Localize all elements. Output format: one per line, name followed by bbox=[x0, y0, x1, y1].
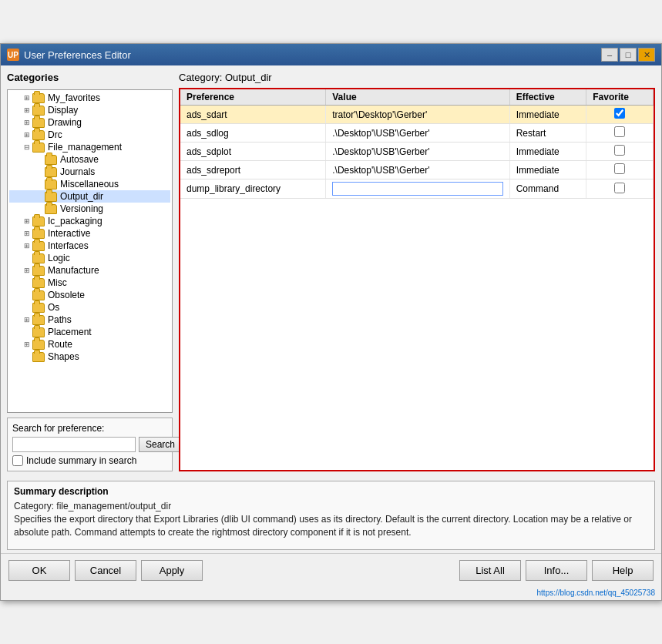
categories-label: Categories bbox=[7, 72, 173, 83]
app-icon: UP bbox=[7, 49, 19, 61]
pref-name: ads_sdlog bbox=[180, 124, 326, 143]
pref-effective: Command bbox=[509, 179, 586, 199]
tree-label: Manufacture bbox=[48, 265, 99, 276]
tree-item-autosave[interactable]: Autosave bbox=[9, 153, 170, 166]
tree-item-interactive[interactable]: ⊞ Interactive bbox=[9, 227, 170, 240]
pref-effective: Immediate bbox=[509, 106, 586, 124]
tree-label: Drawing bbox=[48, 117, 82, 128]
tree-item-os[interactable]: Os bbox=[9, 301, 170, 314]
expander-drc[interactable]: ⊞ bbox=[22, 129, 32, 140]
expander-journals bbox=[34, 166, 45, 177]
pref-favorite[interactable] bbox=[586, 179, 654, 199]
cancel-button[interactable]: Cancel bbox=[75, 560, 136, 581]
category-tree[interactable]: ⊞ My_favorites ⊞ Display ⊞ Drawing ⊞ bbox=[7, 89, 173, 413]
folder-icon bbox=[32, 229, 45, 239]
col-header-effective: Effective bbox=[509, 89, 586, 106]
expander-route[interactable]: ⊞ bbox=[22, 339, 32, 350]
tree-item-ic-packaging[interactable]: ⊞ Ic_packaging bbox=[9, 215, 170, 227]
tree-item-my-favorites[interactable]: ⊞ My_favorites bbox=[9, 92, 170, 104]
tree-item-obsolete[interactable]: Obsolete bbox=[9, 289, 170, 301]
tree-item-logic[interactable]: Logic bbox=[9, 252, 170, 264]
expander-shapes bbox=[22, 351, 32, 362]
tree-item-route[interactable]: ⊞ Route bbox=[9, 338, 170, 351]
left-panel: Categories ⊞ My_favorites ⊞ Display ⊞ Dr… bbox=[7, 72, 173, 471]
pref-value: .\Desktop'\USB'\Gerber' bbox=[326, 124, 509, 143]
folder-icon bbox=[32, 143, 45, 153]
close-button[interactable]: ✕ bbox=[638, 48, 655, 62]
pref-value-editing[interactable] bbox=[326, 179, 509, 199]
category-value: Output_dir bbox=[225, 72, 272, 83]
tree-label: Output_dir bbox=[60, 191, 103, 202]
pref-name: ads_sdplot bbox=[180, 143, 326, 161]
pref-name: ads_sdreport bbox=[180, 161, 326, 179]
tree-label: Miscellaneous bbox=[60, 179, 119, 190]
expander-file-management[interactable]: ⊟ bbox=[22, 142, 32, 153]
pref-effective: Immediate bbox=[509, 161, 586, 179]
include-summary-checkbox[interactable] bbox=[12, 455, 23, 466]
watermark: https://blog.csdn.net/qq_45025738 bbox=[1, 587, 661, 600]
expander-placement bbox=[22, 327, 32, 337]
main-content: Categories ⊞ My_favorites ⊞ Display ⊞ Dr… bbox=[1, 65, 661, 478]
search-button[interactable]: Search bbox=[139, 437, 182, 452]
expander-manufacture[interactable]: ⊞ bbox=[22, 265, 32, 276]
tree-item-miscellaneous[interactable]: Miscellaneous bbox=[9, 178, 170, 190]
info-button[interactable]: Info... bbox=[526, 560, 587, 581]
help-button[interactable]: Help bbox=[592, 560, 654, 581]
tree-item-display[interactable]: ⊞ Display bbox=[9, 104, 170, 116]
folder-icon bbox=[32, 118, 45, 128]
include-summary-label: Include summary in search bbox=[26, 455, 136, 466]
minimize-button[interactable]: – bbox=[601, 48, 618, 62]
value-edit-input[interactable] bbox=[332, 182, 502, 196]
pref-favorite[interactable] bbox=[586, 124, 654, 143]
col-header-preference: Preference bbox=[180, 89, 326, 106]
tree-label: Route bbox=[48, 339, 72, 350]
expander-interfaces[interactable]: ⊞ bbox=[22, 240, 32, 251]
expander-ic-packaging[interactable]: ⊞ bbox=[22, 216, 32, 226]
tree-item-journals[interactable]: Journals bbox=[9, 166, 170, 178]
tree-item-misc[interactable]: Misc bbox=[9, 277, 170, 289]
expander-misc bbox=[22, 277, 32, 288]
pref-favorite[interactable] bbox=[586, 161, 654, 179]
list-all-button[interactable]: List All bbox=[459, 560, 521, 581]
folder-icon bbox=[32, 130, 45, 140]
pref-name: ads_sdart bbox=[180, 106, 326, 124]
expander-paths[interactable]: ⊞ bbox=[22, 314, 32, 325]
table-row: ads_sdplot .\Desktop'\USB'\Gerber' Immed… bbox=[180, 143, 654, 161]
title-bar-controls: – □ ✕ bbox=[601, 48, 655, 62]
tree-item-output-dir[interactable]: Output_dir bbox=[9, 190, 170, 203]
tree-item-shapes[interactable]: Shapes bbox=[9, 351, 170, 363]
tree-item-paths[interactable]: ⊞ Paths bbox=[9, 314, 170, 326]
expander-interactive[interactable]: ⊞ bbox=[22, 228, 32, 239]
pref-favorite[interactable] bbox=[586, 143, 654, 161]
tree-label: My_favorites bbox=[48, 92, 100, 103]
expander-display[interactable]: ⊞ bbox=[22, 105, 32, 116]
expander-versioning bbox=[34, 203, 45, 214]
title-bar: UP User Preferences Editor – □ ✕ bbox=[1, 44, 661, 65]
tree-item-interfaces[interactable]: ⊞ Interfaces bbox=[9, 240, 170, 252]
tree-label: Autosave bbox=[60, 154, 99, 165]
right-buttons: List All Info... Help bbox=[459, 560, 654, 581]
folder-icon bbox=[32, 241, 45, 251]
expander-drawing[interactable]: ⊞ bbox=[22, 117, 32, 128]
search-input[interactable] bbox=[12, 437, 136, 452]
tree-item-versioning[interactable]: Versioning bbox=[9, 203, 170, 215]
apply-button[interactable]: Apply bbox=[141, 560, 203, 581]
tree-item-drawing[interactable]: ⊞ Drawing bbox=[9, 116, 170, 129]
tree-label: Paths bbox=[48, 314, 72, 325]
folder-icon bbox=[32, 106, 45, 116]
main-window: UP User Preferences Editor – □ ✕ Categor… bbox=[0, 43, 662, 601]
category-bar: Category: Output_dir bbox=[179, 72, 655, 83]
tree-item-drc[interactable]: ⊞ Drc bbox=[9, 129, 170, 141]
preference-table: Preference Value Effective Favorite ads_… bbox=[180, 89, 654, 199]
tree-label: Journals bbox=[60, 166, 95, 177]
tree-label: Misc bbox=[48, 277, 67, 288]
expander-miscellaneous bbox=[34, 179, 45, 190]
tree-item-manufacture[interactable]: ⊞ Manufacture bbox=[9, 264, 170, 277]
ok-button[interactable]: OK bbox=[8, 560, 70, 581]
tree-item-file-management[interactable]: ⊟ File_management bbox=[9, 141, 170, 153]
search-row: Search bbox=[12, 437, 167, 452]
tree-item-placement[interactable]: Placement bbox=[9, 326, 170, 338]
expander-my-favorites[interactable]: ⊞ bbox=[22, 92, 32, 103]
maximize-button[interactable]: □ bbox=[620, 48, 637, 62]
pref-favorite[interactable] bbox=[586, 106, 654, 124]
